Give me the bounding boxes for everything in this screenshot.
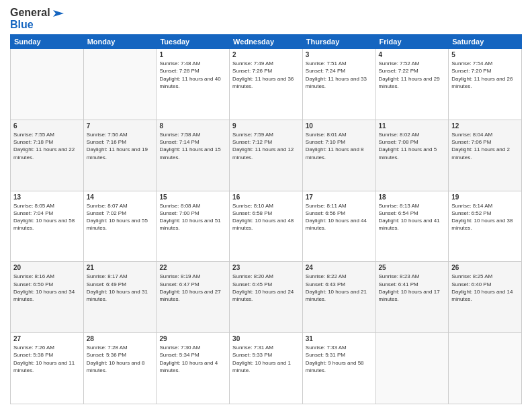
week-row-4: 20Sunrise: 8:16 AMSunset: 6:50 PMDayligh…: [11, 262, 522, 333]
calendar-cell: 15Sunrise: 8:08 AMSunset: 7:00 PMDayligh…: [157, 191, 230, 262]
day-number: 8: [159, 122, 226, 130]
day-number: 28: [87, 335, 154, 342]
calendar-cell: 18Sunrise: 8:13 AMSunset: 6:54 PMDayligh…: [375, 191, 449, 262]
week-row-2: 6Sunrise: 7:55 AMSunset: 7:18 PMDaylight…: [11, 120, 522, 191]
calendar-cell: 4Sunrise: 7:52 AMSunset: 7:22 PMDaylight…: [375, 49, 449, 120]
day-number: 27: [13, 335, 81, 342]
day-number: 22: [159, 264, 226, 271]
weekday-monday: Monday: [83, 35, 157, 49]
calendar-cell: 28Sunrise: 7:28 AMSunset: 5:36 PMDayligh…: [83, 333, 157, 404]
day-info: Sunrise: 8:23 AMSunset: 6:41 PMDaylight:…: [379, 273, 446, 303]
day-number: 7: [87, 122, 154, 130]
weekday-tuesday: Tuesday: [157, 35, 230, 49]
day-info: Sunrise: 7:59 AMSunset: 7:12 PMDaylight:…: [232, 131, 300, 161]
day-number: 1: [159, 51, 226, 58]
logo-blue: Blue: [10, 19, 64, 31]
day-info: Sunrise: 7:54 AMSunset: 7:20 PMDaylight:…: [451, 60, 519, 90]
calendar-table: SundayMondayTuesdayWednesdayThursdayFrid…: [10, 34, 522, 404]
day-number: 6: [13, 122, 81, 130]
weekday-header-row: SundayMondayTuesdayWednesdayThursdayFrid…: [11, 35, 522, 49]
day-info: Sunrise: 8:25 AMSunset: 6:40 PMDaylight:…: [451, 273, 519, 303]
header: General Blue: [10, 7, 522, 30]
day-info: Sunrise: 8:08 AMSunset: 7:00 PMDaylight:…: [159, 202, 226, 232]
calendar-cell: 5Sunrise: 7:54 AMSunset: 7:20 PMDaylight…: [449, 49, 522, 120]
calendar-cell: 30Sunrise: 7:31 AMSunset: 5:33 PMDayligh…: [230, 333, 303, 404]
day-info: Sunrise: 7:49 AMSunset: 7:26 PMDaylight:…: [232, 60, 300, 90]
calendar-cell: 12Sunrise: 8:04 AMSunset: 7:06 PMDayligh…: [449, 120, 522, 191]
calendar-cell: 16Sunrise: 8:10 AMSunset: 6:58 PMDayligh…: [230, 191, 303, 262]
logo-arrow-icon: [52, 9, 64, 18]
calendar-cell: 22Sunrise: 8:19 AMSunset: 6:47 PMDayligh…: [157, 262, 230, 333]
day-number: 29: [159, 335, 226, 342]
calendar-cell: 17Sunrise: 8:11 AMSunset: 6:56 PMDayligh…: [302, 191, 375, 262]
week-row-5: 27Sunrise: 7:26 AMSunset: 5:38 PMDayligh…: [11, 333, 522, 404]
calendar-cell: 10Sunrise: 8:01 AMSunset: 7:10 PMDayligh…: [302, 120, 375, 191]
day-info: Sunrise: 8:07 AMSunset: 7:02 PMDaylight:…: [87, 202, 154, 232]
weekday-wednesday: Wednesday: [230, 35, 303, 49]
day-number: 2: [232, 51, 300, 58]
day-number: 21: [87, 264, 154, 271]
day-number: 4: [379, 51, 446, 58]
week-row-1: 1Sunrise: 7:48 AMSunset: 7:28 PMDaylight…: [11, 49, 522, 120]
calendar-cell: 8Sunrise: 7:58 AMSunset: 7:14 PMDaylight…: [157, 120, 230, 191]
day-info: Sunrise: 7:58 AMSunset: 7:14 PMDaylight:…: [159, 131, 226, 161]
day-info: Sunrise: 8:22 AMSunset: 6:43 PMDaylight:…: [306, 273, 373, 303]
weekday-sunday: Sunday: [11, 35, 84, 49]
day-info: Sunrise: 7:56 AMSunset: 7:16 PMDaylight:…: [87, 131, 154, 161]
day-info: Sunrise: 7:48 AMSunset: 7:28 PMDaylight:…: [159, 60, 226, 90]
calendar-cell: 2Sunrise: 7:49 AMSunset: 7:26 PMDaylight…: [230, 49, 303, 120]
day-info: Sunrise: 8:16 AMSunset: 6:50 PMDaylight:…: [13, 273, 81, 303]
calendar-cell: 26Sunrise: 8:25 AMSunset: 6:40 PMDayligh…: [449, 262, 522, 333]
day-number: 3: [306, 51, 373, 58]
day-number: 16: [232, 193, 300, 201]
day-number: 19: [451, 193, 519, 201]
calendar-cell: 9Sunrise: 7:59 AMSunset: 7:12 PMDaylight…: [230, 120, 303, 191]
calendar-cell: 24Sunrise: 8:22 AMSunset: 6:43 PMDayligh…: [302, 262, 375, 333]
day-number: 30: [232, 335, 300, 342]
day-info: Sunrise: 8:05 AMSunset: 7:04 PMDaylight:…: [13, 202, 81, 232]
day-info: Sunrise: 7:28 AMSunset: 5:36 PMDaylight:…: [87, 344, 154, 374]
calendar-cell: 19Sunrise: 8:14 AMSunset: 6:52 PMDayligh…: [449, 191, 522, 262]
calendar-cell: [375, 333, 449, 404]
day-number: 26: [451, 264, 519, 271]
day-number: 12: [451, 122, 519, 130]
calendar-cell: 27Sunrise: 7:26 AMSunset: 5:38 PMDayligh…: [11, 333, 84, 404]
day-info: Sunrise: 7:52 AMSunset: 7:22 PMDaylight:…: [379, 60, 446, 90]
weekday-friday: Friday: [375, 35, 449, 49]
calendar-cell: 11Sunrise: 8:02 AMSunset: 7:08 PMDayligh…: [375, 120, 449, 191]
day-info: Sunrise: 7:33 AMSunset: 5:31 PMDaylight:…: [306, 344, 373, 374]
day-info: Sunrise: 8:10 AMSunset: 6:58 PMDaylight:…: [232, 202, 300, 232]
logo: General Blue: [10, 7, 64, 30]
calendar-cell: [83, 49, 157, 120]
day-number: 15: [159, 193, 226, 201]
calendar-cell: 7Sunrise: 7:56 AMSunset: 7:16 PMDaylight…: [83, 120, 157, 191]
calendar-cell: 29Sunrise: 7:30 AMSunset: 5:34 PMDayligh…: [157, 333, 230, 404]
calendar-cell: 3Sunrise: 7:51 AMSunset: 7:24 PMDaylight…: [302, 49, 375, 120]
svg-marker-0: [53, 10, 64, 17]
calendar-cell: [449, 333, 522, 404]
calendar-cell: [11, 49, 84, 120]
day-number: 17: [306, 193, 373, 201]
day-info: Sunrise: 8:20 AMSunset: 6:45 PMDaylight:…: [232, 273, 300, 303]
day-info: Sunrise: 8:14 AMSunset: 6:52 PMDaylight:…: [451, 202, 519, 232]
calendar-cell: 20Sunrise: 8:16 AMSunset: 6:50 PMDayligh…: [11, 262, 84, 333]
logo-general: General: [10, 7, 64, 19]
calendar-cell: 14Sunrise: 8:07 AMSunset: 7:02 PMDayligh…: [83, 191, 157, 262]
day-info: Sunrise: 7:30 AMSunset: 5:34 PMDaylight:…: [159, 344, 226, 374]
page: General Blue SundayMondayTuesdayWednesda…: [0, 0, 532, 411]
calendar-cell: 13Sunrise: 8:05 AMSunset: 7:04 PMDayligh…: [11, 191, 84, 262]
day-number: 18: [379, 193, 446, 201]
day-info: Sunrise: 8:17 AMSunset: 6:49 PMDaylight:…: [87, 273, 154, 303]
calendar-cell: 1Sunrise: 7:48 AMSunset: 7:28 PMDaylight…: [157, 49, 230, 120]
calendar-cell: 25Sunrise: 8:23 AMSunset: 6:41 PMDayligh…: [375, 262, 449, 333]
calendar-cell: 23Sunrise: 8:20 AMSunset: 6:45 PMDayligh…: [230, 262, 303, 333]
day-number: 20: [13, 264, 81, 271]
day-number: 13: [13, 193, 81, 201]
weekday-saturday: Saturday: [449, 35, 522, 49]
calendar-cell: 21Sunrise: 8:17 AMSunset: 6:49 PMDayligh…: [83, 262, 157, 333]
logo-text: General Blue: [10, 7, 64, 30]
day-number: 23: [232, 264, 300, 271]
weekday-thursday: Thursday: [302, 35, 375, 49]
week-row-3: 13Sunrise: 8:05 AMSunset: 7:04 PMDayligh…: [11, 191, 522, 262]
day-number: 31: [306, 335, 373, 342]
